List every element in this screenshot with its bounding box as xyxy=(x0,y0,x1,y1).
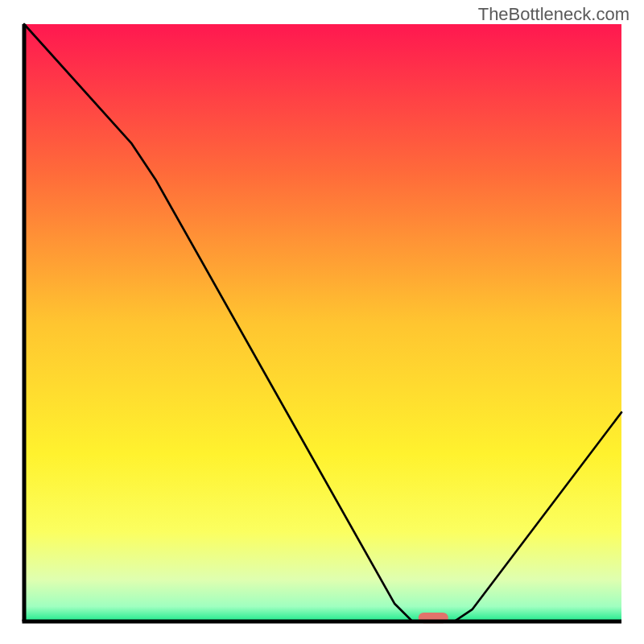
chart-svg xyxy=(0,0,644,644)
watermark-text: TheBottleneck.com xyxy=(478,4,630,25)
bottleneck-chart: TheBottleneck.com xyxy=(0,0,644,644)
